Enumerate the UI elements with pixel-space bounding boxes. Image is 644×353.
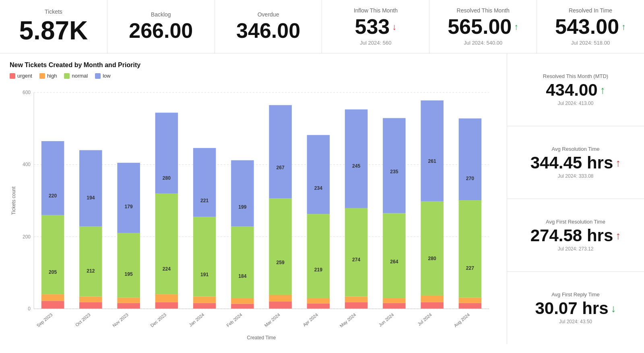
metric-backlog-value: 266.00 (129, 19, 193, 42)
svg-text:234: 234 (314, 185, 322, 191)
svg-rect-82 (421, 101, 444, 201)
svg-rect-52 (269, 295, 292, 302)
svg-rect-17 (79, 297, 102, 302)
svg-rect-59 (307, 298, 330, 304)
metric-tickets-label: Tickets (45, 8, 62, 15)
legend-urgent-label: urgent (17, 73, 32, 79)
svg-rect-75 (383, 118, 406, 213)
svg-rect-30 (155, 302, 178, 309)
bar-chart: 0200400600Tickets count205220Sep 2023212… (10, 84, 497, 342)
legend-low: low (95, 73, 111, 79)
metric-tickets-value: 5.87K (19, 16, 88, 45)
svg-rect-18 (79, 227, 102, 297)
legend-low-label: low (103, 73, 111, 79)
svg-rect-11 (41, 215, 64, 294)
svg-text:267: 267 (277, 165, 285, 170)
svg-text:Mar 2024: Mar 2024 (264, 312, 281, 328)
right-metric-avg-res-value: 344.45 hrs (530, 154, 613, 172)
svg-rect-9 (41, 301, 64, 309)
metric-inflow-sub: Jul 2024: 560 (360, 40, 391, 46)
right-metric-avg-reply-value-row: 30.07 hrs ↓ (535, 299, 616, 318)
svg-text:Sep 2023: Sep 2023 (36, 312, 54, 328)
legend-low-box (95, 73, 101, 79)
metric-overdue-value: 346.00 (236, 19, 300, 42)
svg-rect-81 (421, 201, 444, 296)
legend-high: high (39, 73, 57, 79)
svg-text:219: 219 (314, 267, 322, 273)
legend-normal: normal (64, 73, 88, 79)
resolved-time-arrow-up-icon: ↑ (621, 22, 626, 32)
right-metric-mtd-value: 434.00 (546, 81, 597, 99)
svg-rect-79 (421, 302, 444, 309)
right-metric-avg-first-res-label: Avg First Resolution Time (546, 219, 605, 225)
svg-text:224: 224 (163, 266, 171, 272)
svg-rect-24 (117, 298, 140, 303)
svg-text:212: 212 (87, 268, 95, 274)
svg-rect-86 (459, 303, 482, 309)
chart-legend: urgent high normal low (10, 73, 497, 79)
metric-resolved-time-label: Resolved In Time (569, 7, 612, 14)
avg-res-arrow-up-icon: ↑ (615, 157, 621, 169)
svg-rect-65 (345, 302, 368, 309)
svg-rect-53 (269, 199, 292, 295)
svg-rect-46 (231, 227, 254, 298)
svg-rect-44 (231, 304, 254, 309)
right-metric-avg-reply-value: 30.07 hrs (535, 299, 608, 318)
svg-rect-60 (307, 214, 330, 298)
svg-rect-58 (307, 304, 330, 309)
svg-text:261: 261 (428, 158, 436, 164)
svg-text:179: 179 (125, 204, 133, 209)
metric-resolved-month-label: Resolved This Month (457, 7, 510, 14)
svg-rect-88 (459, 200, 482, 298)
svg-text:May 2024: May 2024 (339, 312, 357, 328)
svg-rect-51 (269, 302, 292, 309)
svg-text:Created Time: Created Time (247, 335, 276, 341)
svg-text:Jul 2024: Jul 2024 (417, 312, 433, 327)
inflow-arrow-down-icon: ↓ (392, 22, 396, 32)
svg-text:Oct 2023: Oct 2023 (74, 312, 91, 328)
svg-rect-19 (79, 150, 102, 227)
metric-inflow-label: Inflow This Month (354, 7, 398, 14)
svg-text:205: 205 (49, 269, 57, 275)
svg-text:0: 0 (28, 306, 31, 312)
right-metric-avg-reply: Avg First Reply Time 30.07 hrs ↓ Jul 202… (507, 272, 644, 344)
metric-inflow: Inflow This Month 533 ↓ Jul 2024: 560 (322, 0, 429, 53)
right-metric-avg-first-res-sub: Jul 2024: 273.12 (558, 246, 594, 252)
legend-high-label: high (47, 73, 57, 79)
svg-text:280: 280 (428, 256, 436, 262)
right-metric-avg-res: Avg Resolution Time 344.45 hrs ↑ Jul 202… (507, 126, 644, 199)
svg-text:194: 194 (87, 195, 95, 201)
metric-resolved-time-value: 543.00 (555, 15, 619, 38)
svg-text:400: 400 (23, 162, 31, 168)
metric-resolved-time: Resolved In Time 543.00 ↑ Jul 2024: 518.… (537, 0, 644, 53)
svg-rect-66 (345, 297, 368, 302)
right-metric-avg-reply-label: Avg First Reply Time (551, 291, 600, 298)
legend-urgent-box (10, 73, 15, 79)
metric-backlog-label: Backlog (151, 11, 171, 18)
svg-text:200: 200 (23, 234, 31, 240)
right-metric-avg-first-res-value: 274.58 hrs (530, 226, 613, 245)
metric-inflow-value: 533 (355, 15, 390, 38)
right-metric-avg-first-res: Avg First Resolution Time 274.58 hrs ↑ J… (507, 199, 644, 272)
svg-text:221: 221 (200, 198, 208, 203)
svg-text:220: 220 (49, 193, 57, 199)
avg-reply-arrow-icon: ↓ (611, 303, 616, 314)
right-metric-avg-res-label: Avg Resolution Time (552, 146, 600, 152)
svg-text:Tickets count: Tickets count (11, 186, 17, 215)
avg-first-res-arrow-icon: ↑ (615, 230, 621, 242)
svg-rect-73 (383, 298, 406, 303)
resolved-month-arrow-up-icon: ↑ (514, 22, 518, 32)
svg-text:270: 270 (466, 176, 474, 182)
svg-rect-89 (459, 119, 482, 201)
legend-high-box (39, 73, 45, 79)
right-metric-mtd-label: Resolved This Month (MTD) (543, 73, 608, 79)
svg-text:Nov 2023: Nov 2023 (111, 312, 129, 328)
svg-rect-80 (421, 296, 444, 302)
svg-rect-61 (307, 135, 330, 214)
svg-text:195: 195 (125, 271, 133, 277)
mtd-arrow-up-icon: ↑ (600, 84, 605, 96)
svg-text:Aug 2024: Aug 2024 (453, 312, 471, 328)
svg-text:Dec 2023: Dec 2023 (149, 312, 167, 328)
svg-rect-32 (155, 193, 178, 294)
right-metric-avg-first-res-value-row: 274.58 hrs ↑ (530, 226, 621, 245)
